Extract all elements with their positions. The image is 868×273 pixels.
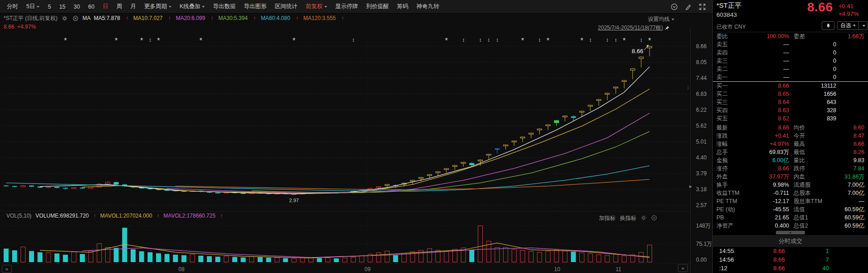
stat-value: 9.98%: [745, 182, 789, 188]
toolbar-item-5日[interactable]: 5日: [22, 3, 44, 10]
add-indicator-button[interactable]: 加指标: [599, 214, 615, 222]
stock-chart-app: 8.668.057.446.836.225.625.014.403.793.18…: [0, 0, 868, 273]
svg-text:*: *: [293, 37, 295, 45]
stat-row: 净资产0.400总值260.59亿: [713, 222, 868, 230]
stat-row: PE TTM-12.17股息率TTM—: [713, 197, 868, 205]
history-clock-icon[interactable]: [670, 3, 678, 11]
toolbar-item-15[interactable]: 15: [55, 4, 69, 10]
ma-legend-item: MA10:7.027: [133, 15, 163, 21]
close-volume-icon[interactable]: [651, 215, 657, 222]
level-qty: 643: [789, 99, 836, 105]
chevron-down-icon: [324, 6, 327, 8]
ma-settings-button[interactable]: 设置均线: [648, 15, 674, 23]
toolbar-item-更多周期[interactable]: 更多周期: [140, 3, 176, 10]
toolbar-item-分时[interactable]: 分时: [3, 3, 22, 10]
toolbar-item-月[interactable]: 月: [126, 3, 140, 10]
stat-row: PB21.65总值160.59亿: [713, 213, 868, 222]
scroll-left-button[interactable]: «: [2, 265, 12, 273]
date-range-label: 2025/7/4-2025/11/18(77根): [598, 24, 663, 32]
svg-text:↕: ↕: [462, 37, 465, 43]
toolbar-item-日[interactable]: 日: [98, 3, 113, 10]
level-qty: 0: [789, 58, 836, 64]
level-price: 8.66: [745, 83, 789, 89]
level-label: 卖五: [716, 41, 745, 49]
stat-label: 净资产: [716, 222, 745, 230]
price-change-pct: +4.97%: [839, 10, 858, 17]
close-indicator-icon[interactable]: [72, 15, 79, 22]
ask-row[interactable]: 卖二—0: [713, 65, 868, 73]
volume-settings-gear-icon[interactable]: [641, 215, 647, 222]
stock-code: 603843: [716, 11, 737, 18]
panel-drag-handle[interactable]: ⁞: [687, 85, 689, 90]
stat-value: 21.65: [745, 214, 789, 221]
scroll-right-button[interactable]: »: [678, 264, 688, 272]
stat-value: +4.97%: [745, 141, 789, 147]
candlestick-chart[interactable]: 8.668.057.446.836.225.625.014.403.793.18…: [0, 0, 712, 273]
stat-label: 跌停: [789, 165, 834, 173]
level-price: 8.65: [745, 91, 789, 97]
toolbar-item-5[interactable]: 5: [44, 4, 55, 10]
svg-text:*: *: [623, 37, 626, 45]
svg-text:3.18: 3.18: [696, 186, 707, 193]
indicator-settings-gear-icon[interactable]: [61, 15, 69, 22]
switch-indicator-button[interactable]: 换指标: [620, 214, 636, 222]
toolbar-item-筹码[interactable]: 筹码: [393, 3, 412, 10]
toolbar-item-到价提醒[interactable]: 到价提醒: [362, 3, 393, 10]
svg-text:3.79: 3.79: [696, 170, 707, 177]
date-range-selector[interactable]: 2025/7/4-2025/11/18(77根): [598, 24, 670, 32]
toolbar-item-30[interactable]: 30: [69, 4, 84, 10]
toolbar-item-前复权[interactable]: 前复权: [301, 3, 331, 10]
bid-row[interactable]: 买三8.64643: [713, 98, 868, 106]
toolbar-item-显示停牌[interactable]: 显示停牌: [331, 3, 362, 10]
stat-label: PB: [716, 214, 745, 221]
ma-legend-item: MA5:7.878: [94, 15, 120, 21]
stat-label: 总股本: [789, 189, 834, 197]
stat-value: 69.83万: [745, 149, 789, 156]
bid-row[interactable]: 买一8.6613112: [713, 82, 868, 90]
svg-text:8.66: 8.66: [632, 48, 643, 55]
level-label: 买一: [716, 82, 745, 90]
toolbar-item-K线叠加[interactable]: K线叠加: [176, 3, 209, 10]
tape-row[interactable]: 14:568.667: [713, 255, 868, 264]
ma-legend-item: MA120:3.555: [304, 15, 336, 21]
tape-rows: 14:558.66114:568.667:128.6640: [713, 247, 868, 273]
collapse-handle[interactable]: ▲: [776, 231, 805, 234]
tape-row[interactable]: 14:558.661: [713, 247, 868, 255]
toolbar-item-区间统计[interactable]: 区间统计: [270, 3, 301, 10]
period-toolbar: 分时5日5153060日周月更多周期K线叠加导出数据导出图形区间统计前复权显示停…: [0, 0, 712, 14]
toolbar-item-神奇九转[interactable]: 神奇九转: [412, 3, 443, 10]
vol-name[interactable]: VOL(5,10): [6, 213, 31, 219]
bid-row[interactable]: 买四8.63328: [713, 106, 868, 114]
toolbar-item-导出数据[interactable]: 导出数据: [209, 3, 240, 10]
stat-value: 100.00%: [745, 33, 789, 40]
stat-row: 涨幅+4.97%最高8.66: [713, 140, 868, 148]
level-qty: 0: [789, 41, 836, 48]
bid-row[interactable]: 买五8.62839: [713, 114, 868, 123]
chevron-down-icon[interactable]: [859, 25, 867, 27]
tape-row[interactable]: :128.6640: [713, 264, 868, 273]
fullscreen-icon[interactable]: [698, 3, 706, 11]
tape-time: 14:56: [719, 256, 757, 263]
up-arrow-icon: ↑: [168, 15, 171, 21]
stat-value: 8.47: [834, 133, 864, 139]
add-watchlist-button[interactable]: 自选 +: [837, 21, 868, 30]
level-qty: 1656: [789, 91, 836, 97]
stat-label: PE (动): [716, 206, 745, 213]
ask-row[interactable]: 卖一—0: [713, 73, 868, 81]
toolbar-item-导出图形[interactable]: 导出图形: [240, 3, 270, 10]
svg-text:75.1万: 75.1万: [696, 241, 712, 247]
stat-label: 委差: [789, 33, 834, 40]
toolbar-item-周[interactable]: 周: [113, 3, 127, 10]
ask-row[interactable]: 卖五—0: [713, 40, 868, 49]
ask-row[interactable]: 卖四—0: [713, 49, 868, 57]
ask-row[interactable]: 卖三—0: [713, 57, 868, 65]
up-arrow-icon: ↑: [220, 213, 223, 219]
svg-text:*: *: [648, 37, 651, 45]
level-price: —: [745, 58, 789, 64]
ma-group-label[interactable]: MA: [83, 15, 91, 21]
price-alert-bell-button[interactable]: [822, 21, 834, 30]
bid-row[interactable]: 买二8.651656: [713, 90, 868, 98]
draw-brush-icon[interactable]: [684, 3, 692, 11]
toolbar-item-60[interactable]: 60: [84, 4, 98, 10]
panel-collapse-arrow-icon[interactable]: ▶: [689, 184, 692, 189]
